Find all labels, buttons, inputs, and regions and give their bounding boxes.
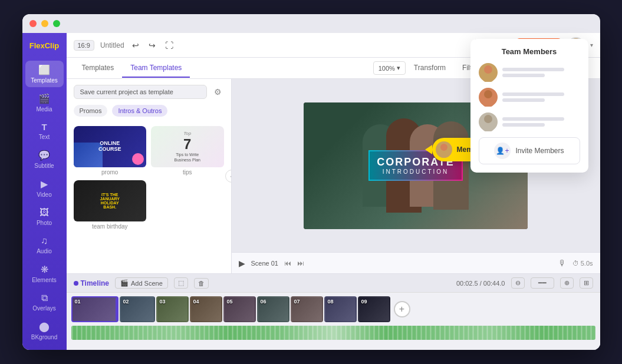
timeline-area: Timeline 🎬 Add Scene ⬚ 🗑 00:02.5 / 00:44… (67, 273, 600, 350)
skip-forward-button[interactable]: ⏭ (297, 259, 304, 267)
add-scene-button[interactable]: 🎬 Add Scene (115, 277, 168, 289)
project-title[interactable]: Untitled (100, 41, 124, 49)
template-thumb-online: ONLINECOURSE (74, 126, 147, 167)
clip-inner-2: 02 (121, 297, 154, 321)
redo-button[interactable]: ↪ (147, 39, 157, 52)
timeline-zoom-in[interactable]: ⊕ (560, 277, 574, 289)
timeline-delete-button[interactable]: 🗑 (194, 278, 209, 289)
timeline-clip-3[interactable]: 03 (156, 296, 189, 322)
clip-number-6: 06 (261, 299, 266, 305)
clip-inner-3: 03 (157, 297, 187, 321)
zoom-chevron-icon: ▾ (397, 64, 400, 72)
sidebar-item-media[interactable]: 🎬 Media (25, 90, 64, 116)
video-icon: ▶ (41, 178, 48, 190)
timeline-clip-8[interactable]: 08 (324, 296, 357, 322)
sidebar-item-overlays[interactable]: ⧉ Overlays (25, 289, 64, 315)
clip-number-3: 03 (160, 299, 166, 305)
tab-transform[interactable]: Transform (406, 59, 454, 78)
photo-icon: 🖼 (40, 207, 49, 218)
mic-button[interactable]: 🎙 (558, 259, 567, 268)
timeline-clip-6[interactable]: 06 (257, 296, 289, 322)
svg-point-6 (484, 90, 492, 98)
timeline-layout-button[interactable]: ⬚ (174, 277, 188, 289)
team-template-text: IT'S THEJANUARYHOLIDAYBASH. (100, 193, 120, 209)
cat-tab-intros[interactable]: Intros & Outros (112, 105, 167, 117)
sidebar-item-label: Subtitle (34, 163, 54, 169)
save-template-button[interactable]: Save current project as template (74, 85, 207, 99)
clip-handle-1[interactable] (116, 297, 119, 321)
sidebar-item-text[interactable]: T Text (25, 118, 64, 144)
minimize-window-btn[interactable] (41, 20, 48, 27)
team-panel-title: Team Members (479, 47, 580, 56)
undo-button[interactable]: ↩ (130, 39, 141, 52)
timeline-clip-7[interactable]: 07 (291, 296, 323, 322)
sidebar-item-templates[interactable]: ⬜ Templates (25, 61, 64, 87)
template-label-tips: tips (151, 169, 224, 176)
tab-team-templates[interactable]: Team Templates (122, 59, 190, 78)
sidebar-item-video[interactable]: ▶ Video (25, 175, 64, 201)
category-tabs: Promos Intros & Outros (67, 105, 231, 117)
avatar-dropdown-icon[interactable]: ▾ (590, 42, 593, 48)
timeline-clip-1[interactable]: 01 (71, 296, 119, 322)
member-popup-avatar (436, 141, 452, 158)
clip-number-9: 09 (361, 299, 367, 305)
sidebar-item-bkground[interactable]: ⬤ BKground (25, 317, 64, 344)
settings-icon-button[interactable]: ⚙ (212, 85, 224, 99)
duration-display: ⏱ 5.0s (572, 260, 593, 267)
member-3-role-line (502, 123, 545, 127)
overlays-icon: ⧉ (41, 293, 48, 303)
template-thumb-team: IT'S THEJANUARYHOLIDAYBASH. (74, 180, 147, 221)
template-label-promo: promo (74, 169, 147, 176)
template-label-team: team birthday (74, 223, 147, 230)
skip-back-button[interactable]: ⏮ (284, 259, 291, 267)
clip-inner-1: 01 (73, 297, 117, 321)
timeline-clip-4[interactable]: 04 (190, 296, 222, 322)
svg-point-9 (482, 124, 494, 131)
timeline-clip-9[interactable]: 09 (358, 296, 390, 322)
clip-inner-5: 05 (225, 297, 255, 321)
sidebar-item-elements[interactable]: ❋ Elements (25, 260, 64, 287)
svg-point-7 (482, 99, 494, 107)
aspect-ratio-badge[interactable]: 16:9 (74, 40, 94, 51)
timeline-clip-5[interactable]: 05 (223, 296, 256, 322)
scene-label: Scene 01 (251, 260, 278, 267)
timeline-dot (74, 281, 78, 286)
invite-members-button[interactable]: 👤+ Invite Members (479, 137, 580, 164)
timeline-fit-button[interactable]: ⊞ (580, 277, 593, 289)
cat-tab-promos[interactable]: Promos (74, 105, 108, 117)
template-card-team[interactable]: IT'S THEJANUARYHOLIDAYBASH. team birthda… (74, 180, 147, 230)
clip-inner-6: 06 (258, 297, 288, 321)
timeline-zoom-out[interactable]: ⊖ (511, 277, 525, 289)
zoom-dropdown[interactable]: 100% ▾ (373, 61, 406, 75)
member-1-info (502, 68, 580, 77)
clip-number-4: 04 (193, 299, 199, 305)
template-card-tips[interactable]: Top 7 Tips to WriteBusiness Plan tips (151, 126, 224, 176)
timeline-clip-2[interactable]: 02 (120, 296, 155, 322)
tips-number: 7 (175, 136, 200, 153)
sidebar-item-subtitle[interactable]: 💬 Subtitle (25, 146, 64, 173)
tab-templates[interactable]: Templates (74, 59, 123, 78)
member-3-info (502, 117, 580, 127)
elements-icon: ❋ (41, 264, 48, 275)
fullscreen-button[interactable]: ⛶ (163, 39, 175, 52)
member-row-1 (479, 63, 580, 82)
sidebar-item-label: Text (39, 134, 50, 140)
sidebar-item-branding[interactable]: ✦ Branding (25, 346, 64, 350)
subtitle-icon: 💬 (38, 150, 50, 161)
svg-point-8 (484, 115, 492, 123)
close-window-btn[interactable] (29, 20, 37, 27)
timeline-zoom-bar[interactable]: ━━ (531, 277, 554, 289)
play-button[interactable]: ▶ (239, 259, 245, 268)
template-grid: ONLINECOURSE promo Top 7 (67, 121, 231, 234)
add-scene-icon: 🎬 (120, 279, 129, 287)
member-3-name-line (502, 117, 565, 121)
app-window: FlexClip ⬜ Templates 🎬 Media T Text 💬 Su… (22, 14, 600, 350)
template-card-online[interactable]: ONLINECOURSE promo (74, 126, 147, 176)
template-online-text: ONLINECOURSE (98, 141, 121, 153)
maximize-window-btn[interactable] (53, 20, 60, 27)
clip-number-2: 02 (123, 299, 129, 305)
add-clip-button[interactable]: + (394, 301, 410, 317)
svg-point-3 (439, 152, 449, 158)
sidebar-item-audio[interactable]: ♫ Audio (25, 232, 64, 258)
sidebar-item-photo[interactable]: 🖼 Photo (25, 204, 64, 230)
